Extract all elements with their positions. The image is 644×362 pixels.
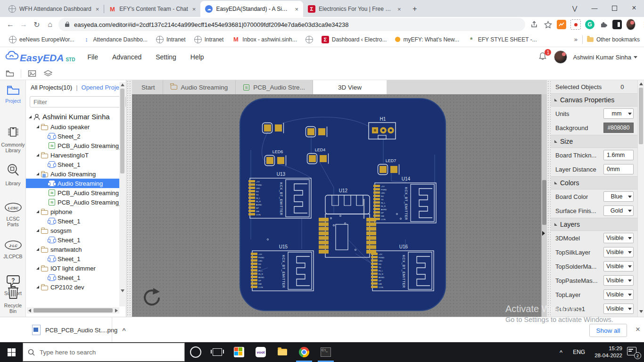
bookmark-item[interactable]: ↕Attendance Dashbo...	[79, 36, 152, 43]
bookmark-item[interactable]: myEFY: What's New...	[391, 36, 463, 43]
bookmark-item[interactable]: eeNews EuropeWor...	[5, 36, 79, 43]
close-button[interactable]: ×	[624, 0, 644, 16]
bookmark-item[interactable]: *EFY STYLE SHEET -...	[463, 36, 541, 43]
menu-item-file[interactable]: File	[87, 53, 98, 61]
tree-item[interactable]: Sheet_2	[26, 132, 119, 141]
property-select-surface-finis-[interactable]: Gold	[603, 206, 634, 216]
tree-expand-icon[interactable]	[36, 125, 39, 128]
bookmark-item[interactable]: MInbox - ashwini.sinh...	[228, 36, 301, 43]
section-header-size[interactable]: Size	[551, 135, 637, 148]
cortana-icon[interactable]	[185, 342, 206, 362]
bookmark-item[interactable]: Intranet	[152, 36, 190, 43]
tree-item[interactable]: Audio Streaming	[26, 179, 119, 188]
browser-tab[interactable]: ΣElectronics For You | Free DIY and×	[303, 1, 406, 17]
file-explorer-icon[interactable]	[272, 342, 293, 362]
tree-expand-icon[interactable]	[29, 115, 32, 118]
tree-expand-icon[interactable]	[36, 248, 39, 251]
ms-store-icon[interactable]	[228, 342, 250, 362]
bookmark-item[interactable]: ΣDashboard ‹ Electro...	[317, 36, 391, 43]
tree-item[interactable]: CP2102 copy	[26, 292, 119, 292]
download-chevron-icon[interactable]: ^	[122, 327, 126, 334]
task-view-icon[interactable]	[206, 342, 228, 362]
menu-item-advanced[interactable]: Advanced	[112, 53, 141, 61]
tree-vertical-scrollbar[interactable]	[119, 82, 125, 306]
taskbar-clock[interactable]: 15:29 28-04-2022	[590, 345, 627, 359]
panel-resize-gutter-left[interactable]	[126, 80, 132, 317]
reload-icon[interactable]: ↻	[30, 18, 43, 31]
extension-chart-icon[interactable]	[557, 20, 566, 29]
tree-item[interactable]: Ashwini Kumar Sinha	[26, 111, 119, 122]
property-select-3dmodel[interactable]: Visible	[603, 233, 634, 243]
forward-icon[interactable]: →	[17, 18, 30, 31]
action-center-icon[interactable]: 2	[627, 347, 639, 357]
property-input[interactable]: 1.6mm	[603, 150, 634, 160]
show-all-button[interactable]: Show all	[589, 324, 627, 337]
start-button[interactable]	[0, 342, 23, 362]
download-item[interactable]: PCB_PCB_Audio St....png ^	[28, 321, 130, 339]
minimize-button[interactable]: —	[585, 0, 604, 16]
property-select-units[interactable]: mm	[603, 108, 634, 119]
tree-item[interactable]: ≈PCB_Audio Streaming_3	[26, 141, 119, 150]
language-indicator[interactable]: ENG	[568, 349, 590, 355]
extensions-puzzle-icon[interactable]	[599, 20, 608, 29]
tree-item[interactable]: Audio speaker	[26, 122, 119, 132]
other-bookmarks-button[interactable]: Other bookmarks	[583, 36, 644, 43]
bookmarks-overflow-icon[interactable]: »	[570, 36, 582, 43]
browser-menu-icon[interactable]: ⋮	[640, 20, 644, 29]
tree-item[interactable]: Audio Streaming	[26, 169, 119, 179]
file-open-icon[interactable]	[6, 70, 14, 77]
tree-horizontal-scrollbar[interactable]	[27, 307, 119, 313]
tree-expand-icon[interactable]	[36, 154, 39, 156]
tree-item[interactable]: Sheet_1	[26, 216, 119, 226]
pcb-board-3d[interactable]: U13+5VPGNDLEDRXTXIN_LIN_RAGNDDPDMCONKCX_…	[239, 98, 446, 313]
easyeda-logo[interactable]: EasyEDA STD	[5, 51, 75, 64]
voot-app-icon[interactable]: voot	[250, 342, 272, 362]
editor-tab-start[interactable]: Start	[134, 80, 163, 94]
share-icon[interactable]	[529, 20, 539, 29]
url-bar[interactable]: easyeda.com/editor#id=2cdf137c214c4a999e…	[58, 18, 525, 31]
tree-item[interactable]: Sheet_1	[26, 235, 119, 245]
tree-expand-icon[interactable]	[36, 229, 39, 232]
editor-tab-pcb-audio-stre-[interactable]: ≈PCB_Audio Stre...	[236, 80, 313, 94]
property-select-topsolderma-[interactable]: Visible	[603, 261, 634, 272]
url-text[interactable]: easyeda.com/editor#id=2cdf137c214c4a999e…	[74, 21, 349, 28]
tree-item[interactable]: CP2102 dev	[26, 282, 119, 292]
sidebar-item-library[interactable]: Library	[0, 163, 26, 186]
section-header-colors[interactable]: Colors	[551, 176, 637, 189]
tree-expand-icon[interactable]	[36, 286, 39, 288]
property-select-topsilklayer[interactable]: Visible	[603, 247, 634, 257]
section-header-canvas-properties[interactable]: Canvas Properties	[551, 93, 637, 107]
bookmark-item[interactable]: Intranet	[190, 36, 228, 43]
property-select-board-color[interactable]: Blue	[603, 191, 634, 202]
bookmark-item[interactable]	[301, 36, 317, 43]
tree-item[interactable]: IOT light dimmer	[26, 263, 119, 273]
menu-item-setting[interactable]: Setting	[156, 53, 176, 61]
tree-expand-icon[interactable]	[36, 267, 39, 270]
tree-item[interactable]: Sheet_1	[26, 273, 119, 282]
extension-grammarly-icon[interactable]: G	[585, 20, 594, 29]
opened-projects-tab[interactable]: Opened Projects	[82, 84, 124, 91]
bookmark-star-icon[interactable]	[543, 20, 553, 29]
restore-button[interactable]	[604, 0, 624, 16]
canvas-vertical-scrollbar[interactable]	[541, 94, 547, 317]
back-icon[interactable]: ←	[4, 18, 17, 31]
all-projects-tab[interactable]: All Projects(10)	[31, 84, 72, 91]
tree-expand-icon[interactable]	[36, 173, 39, 175]
extension-dark-square-icon[interactable]	[612, 20, 622, 29]
panel-collapse-arrow-icon[interactable]	[542, 231, 545, 236]
tree-item[interactable]: Sheet_1	[26, 160, 119, 169]
extension-capture-icon[interactable]	[570, 19, 581, 30]
browser-tab[interactable]: WFH Attendance Dashboard×	[4, 1, 104, 17]
chrome-icon[interactable]	[293, 342, 315, 362]
tree-item[interactable]: Sheet_1	[26, 254, 119, 263]
editor-tab-audio-streaming[interactable]: Audio Streaming	[163, 80, 236, 94]
tree-item[interactable]: ≈PCB_Audio Streaming	[26, 188, 119, 197]
panel-resize-gutter-right[interactable]	[547, 80, 551, 317]
editor-tab-3d-view[interactable]: 3D View	[313, 80, 387, 94]
background-color-swatch[interactable]: #808080	[603, 123, 634, 133]
tree-item[interactable]: ≈PCB_Audio Streaming_2	[26, 197, 119, 207]
menu-item-help[interactable]: Help	[190, 53, 204, 61]
filter-input[interactable]	[30, 96, 126, 107]
tab-close-icon[interactable]: ×	[396, 6, 402, 13]
tree-item[interactable]: piphone	[26, 207, 119, 216]
